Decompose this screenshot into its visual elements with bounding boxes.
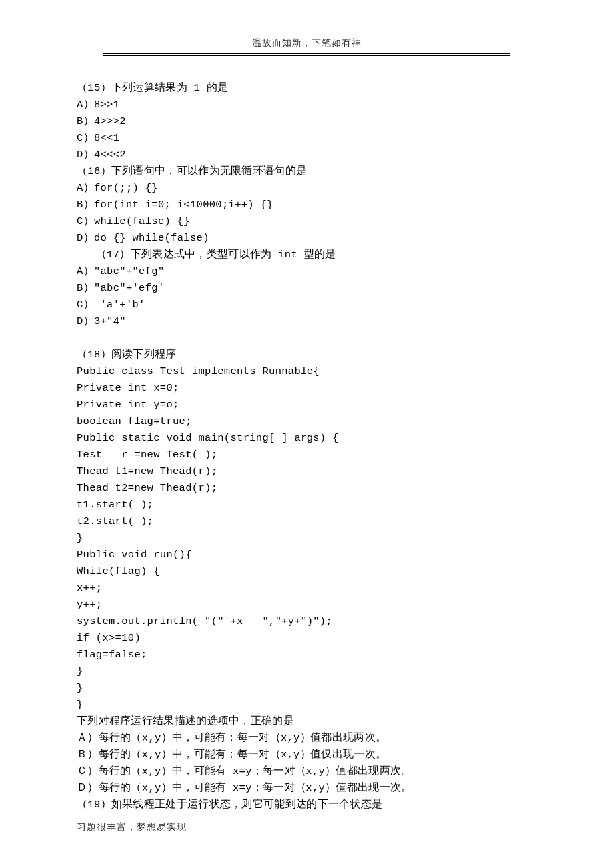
text-line: Test r =new Test( ); (77, 447, 536, 463)
text-line: B）4>>>2 (77, 113, 536, 130)
text-line: A）8>>1 (77, 97, 536, 113)
blank-line (77, 330, 536, 347)
text-line: Public void run(){ (77, 547, 536, 563)
text-line: Ｄ）每行的（x,y）中，可能有 x=y；每一对（x,y）值都出现一次。 (77, 780, 536, 797)
text-line: flag=false; (77, 647, 536, 663)
text-line: } (77, 697, 536, 713)
text-line: Ａ）每行的（x,y）中，可能有；每一对（x,y）值都出现两次。 (77, 730, 536, 747)
text-line: } (77, 663, 536, 680)
page-header: 温故而知新，下笔如有神 (77, 37, 536, 53)
text-line: } (77, 530, 536, 547)
text-line: D）do {} while(false) (77, 230, 536, 247)
text-line: Ｃ）每行的（x,y）中，可能有 x=y；每一对（x,y）值都出现两次。 (77, 763, 536, 780)
text-line: system.out.println( "(" +x_ ","+y+")"); (77, 613, 536, 630)
header-rule-top (103, 53, 510, 54)
text-line: （18）阅读下列程序 (77, 347, 536, 363)
text-line: boolean flag=true; (77, 413, 536, 430)
page-footer: 习题很丰富，梦想易实现 (77, 821, 187, 833)
text-line: Ｂ）每行的（x,y）中，可能有；每一对（x,y）值仅出现一次。 (77, 747, 536, 763)
text-line: 下列对程序运行结果描述的选项中，正确的是 (77, 713, 536, 730)
text-line: if (x>=10) (77, 630, 536, 647)
text-line: C）while(false) {} (77, 213, 536, 230)
text-line: （16）下列语句中，可以作为无限循环语句的是 (77, 163, 536, 180)
text-line: （19）如果线程正处于运行状态，则它可能到达的下一个状态是 (77, 797, 536, 813)
text-line: Thead t2=new Thead(r); (77, 480, 536, 497)
text-line: t2.start( ); (77, 513, 536, 530)
text-line: A）"abc"+"efg" (77, 263, 536, 280)
text-line: C） 'a'+'b' (77, 297, 536, 313)
text-line: Public class Test implements Runnable{ (77, 363, 536, 380)
text-line: Private int x=0; (77, 380, 536, 397)
text-line: A）for(;;) {} (77, 180, 536, 197)
text-line: C）8<<1 (77, 130, 536, 147)
text-line: D）4<<<2 (77, 147, 536, 163)
text-line: D）3+"4" (77, 313, 536, 330)
document-page: 温故而知新，下笔如有神 （15）下列运算结果为 1 的是 A）8>>1 B）4>… (0, 0, 613, 813)
text-line: B）for(int i=0; i<10000;i++) {} (77, 197, 536, 213)
text-line: While(flag) { (77, 563, 536, 580)
text-line: （15）下列运算结果为 1 的是 (77, 80, 536, 97)
text-line: } (77, 680, 536, 697)
text-line: x++; (77, 580, 536, 597)
text-line: B）"abc"+'efg' (77, 280, 536, 297)
document-body: （15）下列运算结果为 1 的是 A）8>>1 B）4>>>2 C）8<<1 D… (77, 56, 536, 813)
text-line: Public static void main(string[ ] args) … (77, 430, 536, 447)
text-line: （17）下列表达式中，类型可以作为 int 型的是 (77, 247, 536, 263)
text-line: Private int y=o; (77, 397, 536, 413)
text-line: y++; (77, 597, 536, 613)
text-line: t1.start( ); (77, 497, 536, 513)
text-line: Thead t1=new Thead(r); (77, 463, 536, 480)
